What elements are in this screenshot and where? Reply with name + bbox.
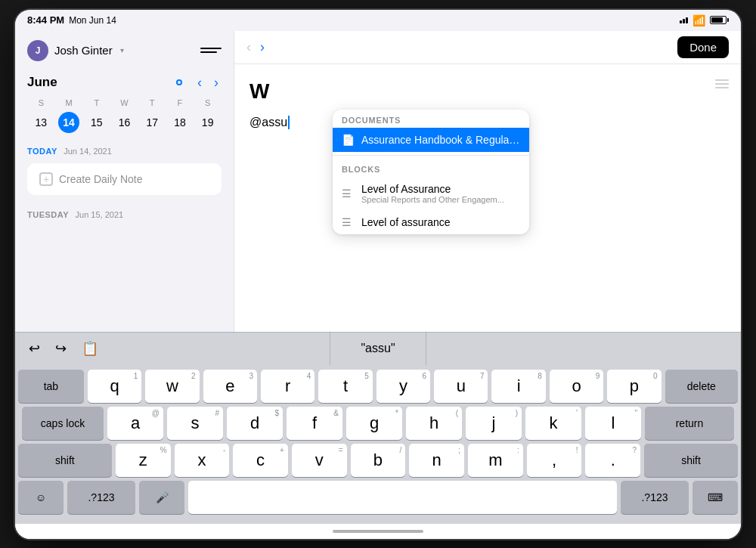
emoji-key[interactable]: ☺ [18,481,64,514]
handbook-title: Assurance Handbook & Regulat... [361,134,520,146]
mic-key[interactable]: 🎤 [139,481,184,514]
day-label-t2: T [138,98,166,107]
keyboard-row-2: caps lock @a #s $d &f *g (h )j 'k "l ret… [18,407,738,440]
block-2-title: Level of assurance [361,216,520,228]
keyboard-dismiss-key[interactable]: ⌨ [692,481,738,514]
cal-prev-button[interactable]: ‹ [194,73,205,92]
key-l[interactable]: "l [585,407,641,440]
undo-button[interactable]: ↩ [24,337,45,360]
key-j[interactable]: )j [466,407,522,440]
delete-key[interactable]: delete [665,370,738,403]
home-bar [333,530,423,533]
tab-key[interactable]: tab [18,370,84,403]
day-label-s1: S [27,98,55,107]
day-label-m: M [55,98,83,107]
block-icon-1: ☰ [342,187,354,200]
day-label-t1: T [82,98,110,107]
key-r[interactable]: 4r [261,370,314,403]
today-section: TODAY Jun 14, 2021 + Create Daily Note [27,144,222,195]
block-1-title: Level of Assurance [361,183,520,195]
blocks-section-label: BLOCKS [333,159,529,177]
return-key[interactable]: return [645,407,734,440]
right-content: ‹ › Done W @assu DOCUMENT [234,31,741,332]
key-w[interactable]: 2w [145,370,199,403]
key-d[interactable]: $d [227,407,283,440]
numeric-right-key[interactable]: .?123 [621,481,689,514]
key-p[interactable]: 0p [607,370,661,403]
user-name: Josh Ginter [54,44,113,57]
dropdown-divider [333,155,529,156]
done-button[interactable]: Done [677,36,729,58]
today-date: Jun 14, 2021 [64,147,112,156]
status-icons: 📶 [680,14,729,26]
calendar-nav: ‹ › [170,73,222,92]
user-header: J Josh Ginter ▾ [27,40,222,61]
block-icon-2: ☰ [342,216,354,228]
cal-day-19[interactable]: 19 [197,112,218,133]
sidebar-toggle-icon[interactable] [200,43,222,58]
day-label-w: W [110,98,138,107]
paste-button[interactable]: 📋 [77,337,103,360]
key-o[interactable]: 9o [550,370,603,403]
key-z[interactable]: %z [116,444,171,477]
cal-day-15[interactable]: 15 [86,112,107,133]
key-e[interactable]: 3e [203,370,257,403]
key-period[interactable]: ?. [585,444,640,477]
keyboard-row-1: tab 1q 2w 3e 4r 5t 6y 7u 8i 9o 0p delete [18,370,738,403]
cal-day-14-today[interactable]: 14 [58,112,79,133]
key-t[interactable]: 5t [318,370,372,403]
at-mention-text: @assu [249,116,287,128]
key-v[interactable]: =v [292,444,347,477]
key-comma[interactable]: !, [527,444,582,477]
cal-next-button[interactable]: › [211,73,222,92]
key-g[interactable]: *g [346,407,402,440]
key-u[interactable]: 7u [434,370,488,403]
key-q[interactable]: 1q [88,370,141,403]
paragraph-icon [715,79,729,88]
caps-lock-key[interactable]: caps lock [22,407,104,440]
cal-day-17[interactable]: 17 [141,112,163,133]
shift-right-key[interactable]: shift [644,444,738,477]
editor-title: W [249,79,726,104]
calendar-grid: S M T W T F S 13 14 15 16 17 18 [27,98,222,133]
dropdown-item-handbook[interactable]: 📄 Assurance Handbook & Regulat... [333,128,529,152]
user-info[interactable]: J Josh Ginter ▾ [27,40,124,61]
dropdown-item-block-1[interactable]: ☰ Level of Assurance Special Reports and… [333,177,529,210]
key-f[interactable]: &f [287,407,342,440]
nav-forward-button[interactable]: › [260,39,265,55]
space-key[interactable] [188,481,617,514]
main-content: J Josh Ginter ▾ June [15,31,741,332]
shift-left-key[interactable]: shift [18,444,112,477]
cal-day-13[interactable]: 13 [30,112,51,133]
today-dot-button[interactable] [170,73,188,91]
plus-icon: + [39,172,53,186]
keyboard-row-3: shift %z -x +c =v /b ;n :m !, ?. shift [18,444,738,477]
key-c[interactable]: +c [233,444,288,477]
key-b[interactable]: /b [351,444,406,477]
key-m[interactable]: :m [468,444,523,477]
redo-button[interactable]: ↪ [51,337,71,360]
keyboard: tab 1q 2w 3e 4r 5t 6y 7u 8i 9o 0p delete… [15,365,741,524]
item-content-block-2: Level of assurance [361,216,520,228]
key-i[interactable]: 8i [491,370,545,403]
numeric-left-key[interactable]: .?123 [67,481,135,514]
cal-day-18[interactable]: 18 [169,112,191,133]
key-n[interactable]: ;n [409,444,464,477]
key-h[interactable]: (h [406,407,462,440]
dropdown-item-block-2[interactable]: ☰ Level of assurance [333,210,529,234]
text-cursor [288,116,290,129]
word-suggestion[interactable]: "assu" [260,332,496,365]
tuesday-label: TUESDAY [27,210,69,219]
editor-area[interactable]: W @assu DOCUMENTS 📄 Assurance Handboo [234,64,741,332]
cal-day-16[interactable]: 16 [113,112,135,133]
key-s[interactable]: #s [167,407,223,440]
key-a[interactable]: @a [107,407,163,440]
day-label-f: F [166,98,194,107]
nav-back-button[interactable]: ‹ [246,39,251,55]
avatar: J [27,40,48,61]
key-x[interactable]: -x [175,444,230,477]
create-note-card[interactable]: + Create Daily Note [27,163,222,195]
key-k[interactable]: 'k [525,407,581,440]
autocomplete-dropdown: DOCUMENTS 📄 Assurance Handbook & Regulat… [333,110,529,234]
key-y[interactable]: 6y [376,370,430,403]
